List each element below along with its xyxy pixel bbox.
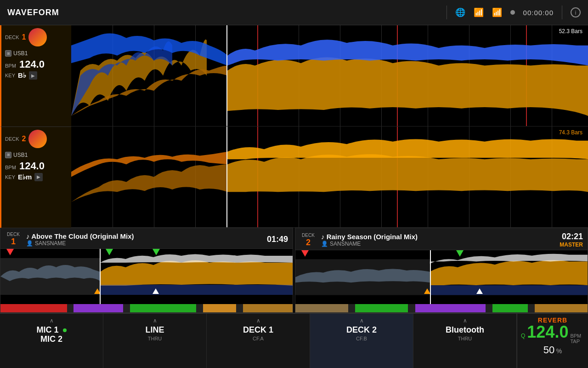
mixer-channel-mic: ∧ MIC 1 MIC 2 FX MIC 1 <box>0 314 103 368</box>
mixer-bottom: ∧ MIC 1 MIC 2 FX MIC 1 ∧ LINE THRU FX CH… <box>0 313 588 368</box>
deck-card2: DECK 2 ♪ Rainy Season (Original Mix) 👤 S… <box>295 228 588 313</box>
bt-ch-name: Bluetooth <box>446 326 484 335</box>
line-ch-name: LINE <box>145 326 164 335</box>
deck1-info: DECK 1 ⊞ USB1 BPM 124.0 KEY B♭ ▶ <box>0 25 71 127</box>
deck2-cue-red <box>301 250 309 257</box>
mixer-channel-line: ∧ LINE THRU FX CH 3 <box>103 314 207 368</box>
bluetooth-icon[interactable]: 📶 <box>492 7 502 17</box>
deck-card2-number: 2 <box>306 238 311 247</box>
green-dot <box>63 328 67 332</box>
deck2-label: DECK <box>5 136 19 142</box>
deck1-cue-green2 <box>153 249 160 255</box>
music-note1: ♪ <box>26 232 31 240</box>
deck2-key-arrow[interactable]: ▶ <box>34 173 43 181</box>
waveform-track2[interactable]: 74.3 Bars <box>71 126 588 228</box>
svg-rect-2 <box>100 285 293 295</box>
globe-icon[interactable]: 🌐 <box>455 7 465 17</box>
deck2-mini-playhead <box>430 250 431 304</box>
app-title: WAVEFORM <box>7 8 59 17</box>
mixer-channel-master: REVERB Q 124.0 BPM TAP 50 % FX MASTER <box>517 314 588 368</box>
deck1-key: B♭ <box>18 71 26 80</box>
deck-card2-header: DECK 2 ♪ Rainy Season (Original Mix) 👤 S… <box>295 228 588 250</box>
deck2-color-bar <box>295 304 588 312</box>
svg-rect-4 <box>430 285 588 295</box>
deck-card1-info: ♪ Above The Cloud (Original Mix) 👤 SANSN… <box>26 232 262 247</box>
divider-left <box>447 6 447 19</box>
bt-ch-arrow: ∧ <box>463 317 467 324</box>
deck-card1-right: 01:49 <box>267 235 288 244</box>
deck1-ch-sub: CF.A <box>253 336 264 341</box>
deck2-key: E♭m <box>18 173 32 181</box>
top-bar: WAVEFORM 🌐 📶 📶 00:00:00 i <box>0 0 588 25</box>
deck2-key-row: KEY E♭m ▶ <box>5 173 68 181</box>
percent-row: 50 % <box>543 344 562 356</box>
mic-ch-name: MIC 1 MIC 2 <box>36 326 66 344</box>
percent-value: 50 <box>543 344 554 356</box>
deck2-source: USB1 <box>13 152 28 158</box>
deck2-cue-green <box>456 250 464 257</box>
percent-symbol: % <box>556 347 562 355</box>
deck1-thumbnail <box>28 28 47 46</box>
deck-card2-num-label: DECK <box>302 233 315 238</box>
deck-info-column: DECK 1 ⊞ USB1 BPM 124.0 KEY B♭ ▶ <box>0 25 71 228</box>
person-icon1: 👤 <box>26 240 33 247</box>
deck-card2-title: ♪ Rainy Season (Original Mix) <box>321 233 555 241</box>
deck2-info: DECK 2 ⊞ USB1 BPM 124.0 KEY E♭m ▶ <box>0 127 71 228</box>
deck1-cue-red <box>6 249 14 255</box>
deck2-mini-waveform[interactable] <box>295 250 588 304</box>
deck1-source-row: ⊞ USB1 <box>5 50 68 57</box>
wifi-icon[interactable]: 📶 <box>474 7 484 17</box>
deck2-ch-arrow: ∧ <box>360 317 364 324</box>
waveform2-bars-label: 74.3 Bars <box>559 129 582 136</box>
deck-card2-info: ♪ Rainy Season (Original Mix) 👤 SANSNAME <box>321 233 555 247</box>
deck2-source-row: ⊞ USB1 <box>5 152 68 158</box>
waveform1-svg <box>71 25 588 126</box>
deck-card2-num-box: DECK 2 <box>300 233 317 247</box>
top-bar-icons: 🌐 📶 📶 00:00:00 i <box>447 6 581 19</box>
deck1-source: USB1 <box>13 50 28 57</box>
playhead2 <box>226 126 227 227</box>
deck1-color-bar <box>0 304 293 312</box>
waveform-section: DECK 1 ⊞ USB1 BPM 124.0 KEY B♭ ▶ <box>0 25 588 228</box>
waveform-track1[interactable]: 52.3 Bars <box>71 25 588 126</box>
playhead1 <box>226 25 227 126</box>
bt-ch-sub: THRU <box>458 336 472 341</box>
deck2-bpm-label: BPM <box>5 165 16 170</box>
usb-icon: ⊞ <box>5 50 11 57</box>
deck-card1-num-label: DECK <box>7 232 20 237</box>
mixer-channel-deck1: ∧ DECK 1 CF.A FX CH 1 <box>207 314 310 368</box>
line-ch-sub: THRU <box>148 336 162 341</box>
deck1-bpm-row: BPM 124.0 <box>5 58 68 70</box>
deck-card1-time: 01:49 <box>267 235 288 244</box>
deck1-key-label: KEY <box>5 73 15 78</box>
waveform2-svg <box>71 126 588 227</box>
deck1-label: DECK <box>5 34 19 40</box>
deck1-bpm-label: BPM <box>5 63 16 69</box>
info-icon[interactable]: i <box>571 7 581 17</box>
deck1-number: 1 <box>22 33 26 41</box>
deck-card1-header: DECK 1 ♪ Above The Cloud (Original Mix) … <box>0 228 293 249</box>
deck2-number: 2 <box>22 135 26 143</box>
deck1-key-arrow[interactable]: ▶ <box>29 71 37 80</box>
waveform1-bars-label: 52.3 Bars <box>559 28 582 34</box>
deck2-usb-icon: ⊞ <box>5 152 11 158</box>
master-badge: MASTER <box>560 242 583 248</box>
bpm-master-row: Q 124.0 BPM TAP <box>521 324 584 344</box>
deck1-cue-green <box>106 249 113 255</box>
deck1-mini-waveform[interactable] <box>0 249 293 304</box>
deck1-bpm: 124.0 <box>19 58 45 70</box>
music-note2: ♪ <box>321 233 327 241</box>
clock-display: 00:00:00 <box>523 9 554 17</box>
deck-card2-time: 02:21 <box>562 232 583 241</box>
bpm-tap-label: BPM TAP <box>570 333 584 344</box>
deck2-marker-white <box>476 288 483 294</box>
deck2-bpm-row: BPM 124.0 <box>5 160 68 172</box>
deck-card1: DECK 1 ♪ Above The Cloud (Original Mix) … <box>0 228 293 313</box>
deck2-ch-sub: CF.B <box>356 336 367 341</box>
deck2-bpm: 124.0 <box>19 160 45 172</box>
deck-card1-title: ♪ Above The Cloud (Original Mix) <box>26 232 262 240</box>
deck-details-row: DECK 1 ♪ Above The Cloud (Original Mix) … <box>0 228 588 313</box>
deck2-thumbnail <box>28 130 47 148</box>
deck1-mini-svg <box>0 249 293 304</box>
person-icon2: 👤 <box>321 241 328 247</box>
